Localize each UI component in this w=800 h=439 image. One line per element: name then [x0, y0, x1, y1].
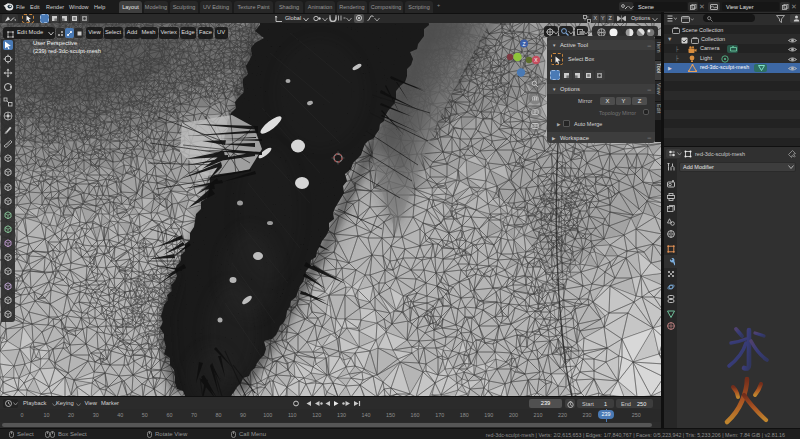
svg-text:(239) red-3dc-sculpt-mesh: (239) red-3dc-sculpt-mesh	[33, 48, 101, 54]
svg-text:User Perspective: User Perspective	[33, 40, 77, 46]
svg-text:Z: Z	[522, 41, 525, 47]
